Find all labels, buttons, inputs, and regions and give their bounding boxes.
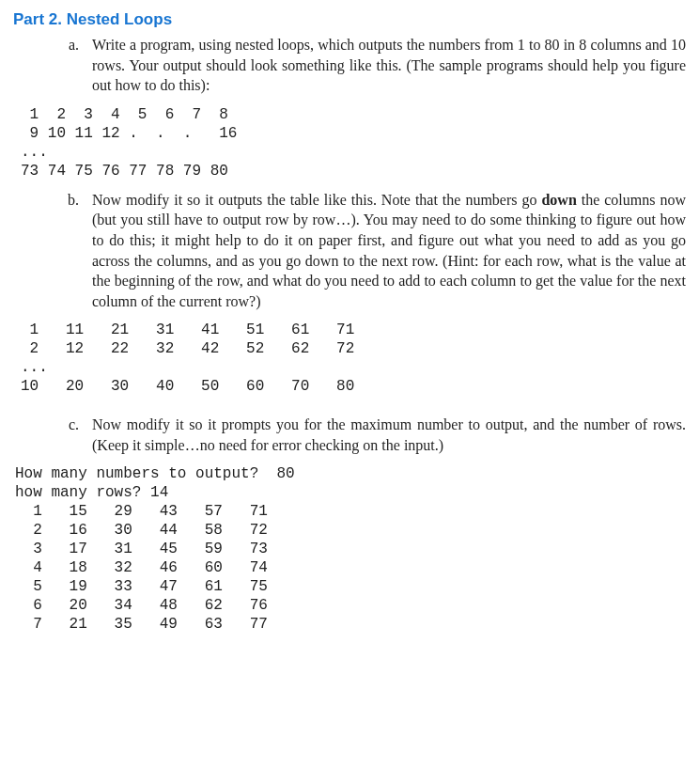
- part-title: Part 2. Nested Loops: [13, 9, 686, 31]
- item-b-text-before: Now modify it so it outputs the table li…: [92, 192, 541, 208]
- item-b-bold: down: [541, 192, 576, 208]
- list-label-c: c.: [26, 415, 92, 455]
- output-c: How many numbers to output? 80 how many …: [15, 464, 686, 634]
- output-a: 1 2 3 4 5 6 7 8 9 10 11 12 . . . 16 ... …: [21, 105, 686, 180]
- item-b: b. Now modify it so it outputs the table…: [26, 190, 686, 312]
- output-b: 1 11 21 31 41 51 61 71 2 12 22 32 42 52 …: [21, 321, 686, 396]
- item-c-body: Now modify it so it prompts you for the …: [92, 415, 686, 455]
- item-b-body: Now modify it so it outputs the table li…: [92, 190, 686, 312]
- list-label-a: a.: [26, 35, 92, 96]
- list-label-b: b.: [26, 190, 92, 312]
- item-b-text-after: the columns now (but you still have to o…: [92, 192, 686, 309]
- item-c: c. Now modify it so it prompts you for t…: [26, 415, 686, 455]
- item-a: a. Write a program, using nested loops, …: [26, 35, 686, 96]
- item-a-body: Write a program, using nested loops, whi…: [92, 35, 686, 96]
